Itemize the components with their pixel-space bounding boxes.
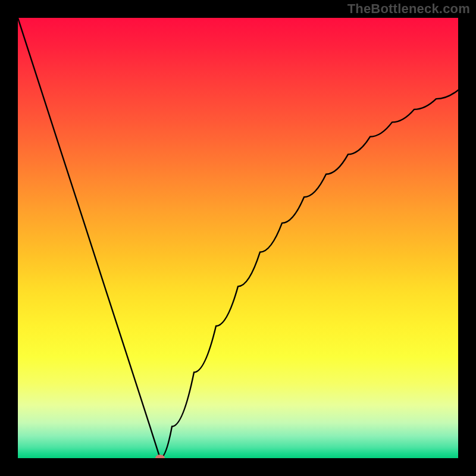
attribution-text: TheBottleneck.com	[347, 1, 470, 17]
chart-frame: TheBottleneck.com	[0, 0, 476, 476]
bottleneck-curve-path	[18, 18, 458, 458]
plot-area	[18, 18, 458, 458]
curve-svg	[18, 18, 458, 458]
